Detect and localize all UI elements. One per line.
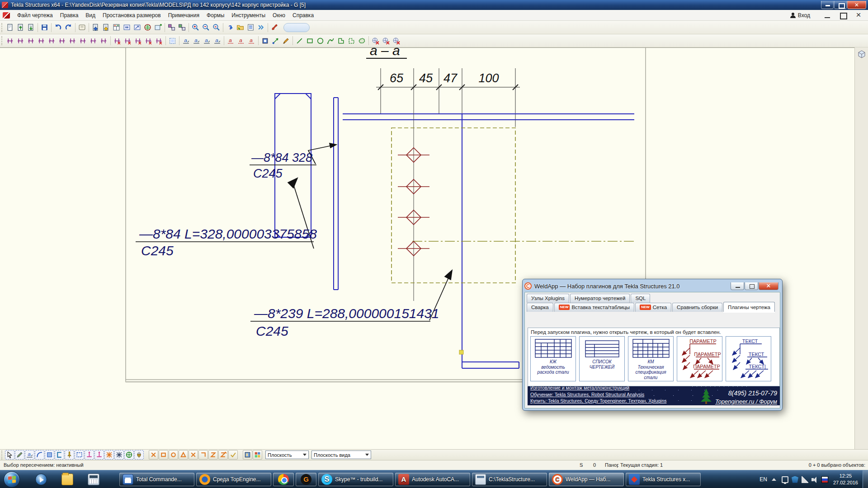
dimension-line[interactable]: 65 45 47 100 (376, 68, 520, 127)
hidden-icons-arrow[interactable] (772, 478, 776, 481)
snap-pink-b-icon[interactable] (94, 450, 104, 460)
menu-item-4[interactable]: Примечания (165, 10, 203, 20)
plugin-button-spisok-chertezhey[interactable]: СПИСОК ЧЕРТЕЖЕЙ (579, 336, 625, 381)
taskbar-button-winfolder[interactable]: C:\TeklaStructure... (472, 473, 547, 486)
zoom-in-icon[interactable] (190, 22, 201, 33)
snap-grid-icon[interactable] (124, 450, 134, 460)
tab-plaginy-chertezha[interactable]: Плагины чертежа (723, 302, 775, 312)
toolbar-grip[interactable] (1, 450, 4, 460)
help-icon[interactable]: ? (225, 22, 235, 33)
globe-x-icon[interactable] (370, 36, 381, 46)
language-indicator[interactable]: EN (760, 476, 767, 483)
pen-icon[interactable] (281, 36, 291, 46)
floppy-icon[interactable] (39, 22, 50, 33)
doc-new-icon[interactable] (5, 22, 15, 33)
mdi-close-button[interactable]: × (853, 11, 864, 20)
tab-svarka[interactable]: Сварка (527, 303, 553, 312)
poly-a-icon[interactable] (336, 36, 346, 46)
dimx-e-icon[interactable] (154, 36, 164, 46)
view-plane-combo[interactable]: Плоскость вида (311, 450, 371, 459)
doc-blue-icon[interactable] (90, 22, 101, 33)
flag-tray-icon[interactable] (821, 476, 828, 483)
window-minimize-button[interactable] (821, 1, 834, 9)
snap-orange-icon[interactable] (104, 450, 114, 460)
dim-f-icon[interactable] (57, 36, 67, 46)
calculator-taskbar-icon[interactable] (88, 474, 99, 485)
network-tray-icon[interactable] (802, 476, 808, 483)
list-icon[interactable] (245, 22, 256, 33)
toolbar-grip[interactable] (1, 36, 4, 45)
link-small-icon[interactable] (270, 36, 281, 46)
start-button[interactable] (4, 471, 20, 488)
dimx-a-icon[interactable] (112, 36, 123, 46)
volume-tray-icon[interactable] (811, 476, 818, 483)
tab-setka[interactable]: NEWСетка (635, 303, 671, 312)
login-button[interactable]: Вход (790, 12, 810, 19)
dim-c-icon[interactable] (26, 36, 36, 46)
dim-i-icon[interactable] (88, 36, 99, 46)
tab-vstavka-teksta[interactable]: NEWВставка текста/таблицы (554, 303, 634, 312)
menu-item-0[interactable]: Файл чертежа (14, 10, 57, 20)
pencil-icon[interactable] (15, 450, 24, 460)
footer-link-obuchenie[interactable]: Обучение: Tekla Structures, Robot Struct… (530, 391, 667, 398)
snap-pink-a-icon[interactable] (85, 450, 94, 460)
snap-flake-icon[interactable] (114, 450, 124, 460)
o-zx-icon[interactable] (218, 450, 228, 460)
tab-sravnit-sborki[interactable]: Сравнить сборки (672, 303, 722, 312)
globe-x2-icon[interactable] (381, 36, 391, 46)
footer-site-link[interactable]: Topengineer.ru / Форум (692, 398, 777, 405)
cloud-icon[interactable] (357, 36, 367, 46)
circle-icon[interactable] (315, 36, 326, 46)
action-center-tray-icon[interactable] (792, 476, 798, 483)
pan-icon[interactable] (132, 22, 142, 33)
o-x-icon[interactable] (149, 450, 158, 460)
doc-yellow-icon[interactable] (101, 22, 111, 33)
cursor-icon[interactable] (5, 450, 14, 460)
sel-paper-icon[interactable] (167, 36, 178, 46)
o-check-icon[interactable] (228, 450, 238, 460)
doc-up-icon[interactable] (15, 22, 26, 33)
menu-item-2[interactable]: Вид (82, 10, 99, 20)
globe-icon[interactable] (142, 22, 153, 33)
arc-icon[interactable] (35, 450, 44, 460)
zoom-out-icon[interactable] (201, 22, 211, 33)
brush-icon[interactable] (269, 22, 280, 33)
o-x2-icon[interactable] (189, 450, 198, 460)
dim-j-icon[interactable] (99, 36, 109, 46)
plugin-button-kzh-vedomost[interactable]: КЖ ведомость расхода стали (530, 336, 576, 381)
o-corner-icon[interactable] (198, 450, 208, 460)
menu-item-6[interactable]: Инструменты (228, 10, 269, 20)
dimx-d-icon[interactable] (143, 36, 154, 46)
text-d-icon[interactable]: a (212, 36, 222, 46)
chevrons-icon[interactable] (256, 22, 266, 33)
menu-item-7[interactable]: Окно (269, 10, 289, 20)
dialog-maximize-button[interactable] (745, 282, 758, 290)
folder-icon[interactable] (235, 22, 245, 33)
window-maximize-button[interactable] (834, 1, 847, 9)
zoom-back-icon[interactable]: « (211, 22, 222, 33)
o-rect-icon[interactable] (159, 450, 168, 460)
menu-item-3[interactable]: Простановка размеров (99, 10, 165, 20)
show-desktop-button[interactable] (863, 470, 868, 488)
link-a-icon[interactable] (166, 22, 177, 33)
plugin-button-parametr-leaders[interactable]: ПАРАМЕТР ПАРАМЕТР ПАРАМЕТР (677, 336, 722, 381)
blue-rect-icon[interactable] (45, 450, 54, 460)
dimx-b-icon[interactable] (123, 36, 133, 46)
mdi-maximize-button[interactable] (837, 11, 849, 20)
view-b-icon[interactable] (253, 450, 262, 460)
tab-uzly-xplugins[interactable]: Узлы Xplugins (527, 294, 569, 303)
line-icon[interactable] (294, 36, 305, 46)
dim-h-icon[interactable] (78, 36, 88, 46)
spline-icon[interactable] (326, 36, 336, 46)
window-close-button[interactable]: ✕ (847, 1, 866, 9)
taskbar-button-tekla[interactable]: Tekla Structures x... (626, 473, 701, 486)
link-b-icon[interactable] (177, 22, 187, 33)
plugin-button-km-spetsifikatsiya[interactable]: КМ Техническая спецификация стали (628, 336, 674, 381)
globe-x3-icon[interactable] (391, 36, 401, 46)
taskbar-button-skype[interactable]: SSkype™ - trubuild... (318, 473, 393, 486)
plug-icon[interactable] (134, 450, 144, 460)
weldapp-dialog-titlebar[interactable]: C WeldApp — Набор плагинов для Tekla Str… (524, 281, 780, 291)
dim-a-icon[interactable] (5, 36, 15, 46)
fit-icon[interactable] (122, 22, 132, 33)
doc-down-icon[interactable] (26, 22, 36, 33)
